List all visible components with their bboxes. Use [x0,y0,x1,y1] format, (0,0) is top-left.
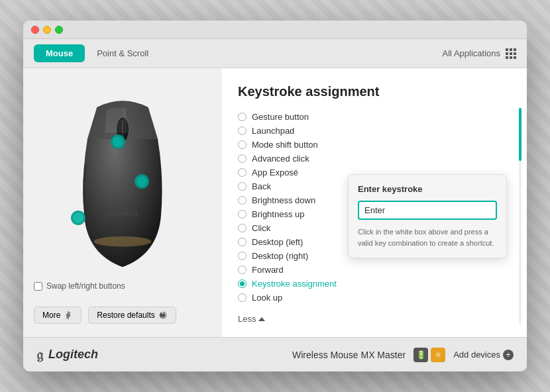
bolt-icon: ⚛ [431,348,445,362]
option-label: Advanced click [252,154,309,164]
option-label: Desktop (left) [252,237,303,247]
option-label: Forward [252,265,284,275]
radio-button[interactable] [238,293,247,302]
scrollbar-thumb[interactable] [519,108,522,161]
main-content: LOGITECH Swap left/right buttons More [23,68,527,337]
list-item[interactable]: Forward [238,263,511,277]
logitech-g-icon: 𝔤 [36,346,43,364]
app-window: Mouse Point & Scroll All Applications [23,21,527,371]
tabbar: Mouse Point & Scroll All Applications [23,39,527,68]
restore-icon [158,311,168,320]
radio-button[interactable] [238,210,247,219]
option-label: Look up [252,293,282,303]
more-button[interactable]: More [34,307,82,324]
radio-button[interactable] [238,168,247,177]
swap-label: Swap left/right buttons [46,281,125,291]
titlebar [23,21,527,39]
less-button[interactable]: Less [238,314,511,324]
footer-right: Wireless Mouse MX Master 🔋 ⚛ Add devices… [292,348,514,362]
list-item[interactable]: Advanced click [238,152,511,166]
option-label: Launchpad [252,126,294,136]
section-title: Keystroke assignment [238,84,511,99]
swap-checkbox-container: Swap left/right buttons [34,281,125,291]
option-label: Mode shift button [252,140,318,150]
list-item[interactable]: Look up [238,291,511,305]
gear-icon [64,311,73,320]
tab-point-scroll[interactable]: Point & Scroll [85,44,160,62]
radio-button[interactable] [238,279,247,288]
maximize-button[interactable] [55,26,63,34]
option-label: Gesture button [252,112,309,122]
teal-dot-2[interactable] [135,174,149,189]
brand-label: Logitech [48,348,98,362]
radio-button[interactable] [238,154,247,163]
right-panel: Keystroke assignment Gesture buttonLaunc… [222,68,527,337]
radio-button[interactable] [238,252,247,260]
list-item[interactable]: Gesture button [238,110,511,124]
footer: 𝔤 Logitech Wireless Mouse MX Master 🔋 ⚛ … [23,337,527,371]
all-applications-label: All Applications [443,48,500,58]
device-name: Wireless Mouse MX Master [292,350,406,360]
logitech-logo: 𝔤 Logitech [36,346,98,364]
radio-button[interactable] [238,113,247,121]
radio-button[interactable] [238,266,247,274]
left-panel: LOGITECH Swap left/right buttons More [23,68,222,337]
popup-hint: Click in the white box above and press a… [358,226,497,248]
svg-point-2 [94,236,152,246]
option-label: Desktop (right) [252,251,308,261]
close-button[interactable] [31,26,39,34]
option-label: Back [252,181,271,191]
option-label: Brightness down [252,195,315,205]
traffic-lights [31,26,63,34]
bottom-buttons: More Restore defaults [34,307,176,324]
keystroke-input[interactable] [358,201,497,220]
option-label: Click [252,223,270,233]
radio-button[interactable] [238,126,247,135]
radio-button[interactable] [238,182,247,191]
swap-checkbox[interactable] [34,282,42,291]
tabbar-right: All Applications [443,48,516,59]
list-item[interactable]: Mode shift button [238,138,511,152]
plus-icon: + [503,350,514,360]
list-item[interactable]: Keystroke assignment [238,277,511,291]
scrollbar-track [519,108,522,324]
mouse-svg: LOGITECH [56,88,189,273]
add-devices-button[interactable]: Add devices + [453,350,514,360]
option-label: Brightness up [252,209,305,219]
list-item[interactable]: Launchpad [238,124,511,138]
device-icons: 🔋 ⚛ [413,348,445,362]
radio-button[interactable] [238,140,247,149]
tab-mouse[interactable]: Mouse [34,44,85,62]
chevron-up-icon [258,317,265,321]
svg-text:LOGITECH: LOGITECH [108,211,137,217]
restore-defaults-button[interactable]: Restore defaults [88,307,176,324]
battery-icon: 🔋 [413,348,428,362]
minimize-button[interactable] [43,26,51,34]
teal-dot-1[interactable] [111,134,125,149]
option-label: App Exposé [252,168,298,177]
option-label: Keystroke assignment [252,279,337,289]
radio-button[interactable] [238,224,247,232]
grid-icon[interactable] [506,48,516,59]
radio-button[interactable] [238,238,247,246]
keystroke-popup: Enter keystroke Click in the white box a… [348,174,507,258]
popup-title: Enter keystroke [358,184,497,194]
teal-dot-3[interactable] [71,211,85,225]
radio-button[interactable] [238,196,247,205]
mouse-image-container: LOGITECH [56,88,189,273]
